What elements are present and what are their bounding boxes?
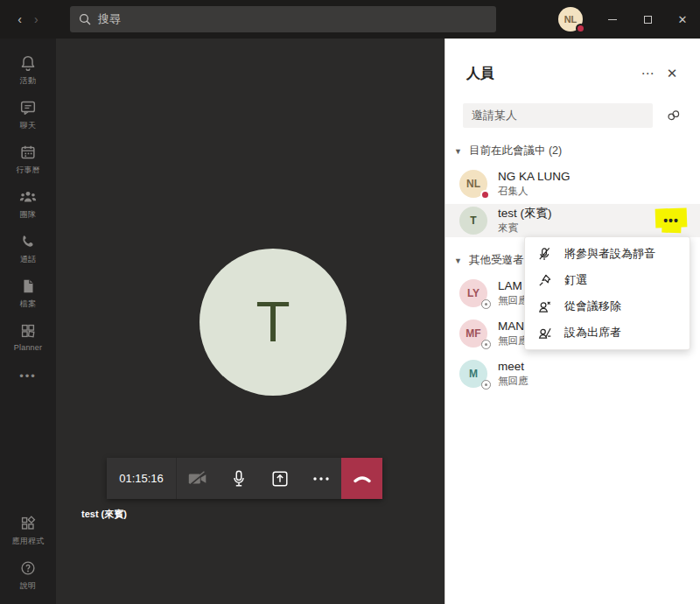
remove-person-icon xyxy=(537,299,552,314)
sidebar-item-apps[interactable]: 應用程式 xyxy=(0,508,56,552)
pin-icon xyxy=(537,273,552,288)
menu-item-label: 設為出席者 xyxy=(564,325,621,341)
sidebar-item-calendar[interactable]: 行事曆 xyxy=(0,137,56,181)
menu-item-label: 從會議移除 xyxy=(564,298,621,314)
participant-initial: T xyxy=(256,290,290,355)
participant-status: 無回應 xyxy=(498,375,528,387)
panel-title: 人員 xyxy=(466,65,635,83)
close-button[interactable]: ✕ xyxy=(665,0,700,39)
menu-item-mute-participant[interactable]: 將參與者設為靜音 xyxy=(525,241,690,267)
call-controls: 01:15:16 xyxy=(107,458,382,499)
participant-role: 來賓 xyxy=(498,221,552,234)
maximize-button[interactable] xyxy=(630,0,665,39)
phone-icon xyxy=(18,232,38,251)
menu-item-pin[interactable]: 釘選 xyxy=(525,267,690,293)
sidebar-item-activity[interactable]: 活動 xyxy=(0,47,56,92)
panel-close-icon[interactable]: ✕ xyxy=(660,63,684,84)
busy-status-dot xyxy=(576,24,585,33)
avatar-initials: T xyxy=(470,214,476,227)
app-sidebar: 活動 聊天 行事曆 xyxy=(0,39,56,604)
sidebar-item-chat[interactable]: 聊天 xyxy=(0,92,56,137)
sidebar-label: 活動 xyxy=(20,75,36,87)
invite-placeholder: 邀請某人 xyxy=(472,108,517,123)
participant-row-meet[interactable]: M meet 無回應 xyxy=(445,354,700,394)
section-in-meeting[interactable]: ▼ 目前在此會議中 (2) xyxy=(445,128,700,164)
no-response-status-icon xyxy=(481,340,491,349)
avatar: MF xyxy=(459,320,487,348)
menu-item-make-attendee[interactable]: 設為出席者 xyxy=(525,320,690,346)
no-response-status-icon xyxy=(481,380,491,390)
more-options-button[interactable] xyxy=(300,458,341,499)
minimize-button[interactable] xyxy=(595,0,630,39)
files-icon xyxy=(18,277,38,296)
copy-link-button[interactable] xyxy=(662,103,686,128)
invite-someone-input[interactable]: 邀請某人 xyxy=(463,103,653,128)
avatar: M xyxy=(459,360,487,388)
forward-icon[interactable]: › xyxy=(34,13,38,25)
mic-off-icon xyxy=(537,247,552,262)
participant-avatar-large: T xyxy=(200,249,346,396)
call-timer: 01:15:16 xyxy=(107,458,177,499)
profile-avatar[interactable]: NL xyxy=(558,7,583,32)
sidebar-label: 團隊 xyxy=(20,209,36,221)
avatar-initials: M xyxy=(469,368,478,380)
sidebar-item-calls[interactable]: 通話 xyxy=(0,226,56,270)
hang-up-icon xyxy=(352,474,373,484)
share-screen-icon xyxy=(270,469,290,488)
busy-status-icon xyxy=(480,190,490,200)
participant-name: NG KA LUNG xyxy=(498,170,570,185)
participant-role: 召集人 xyxy=(498,185,570,197)
search-input[interactable]: 搜尋 xyxy=(70,6,496,32)
more-dots-icon: ••• xyxy=(663,214,679,228)
avatar-initials: MF xyxy=(466,327,480,340)
menu-item-label: 釘選 xyxy=(564,272,587,288)
bell-icon xyxy=(18,53,38,73)
participant-row-test[interactable]: T test (來賓) 來賓 ••• xyxy=(445,204,700,237)
chevron-down-icon: ▼ xyxy=(454,256,462,265)
participant-name: test (來賓) xyxy=(498,207,552,221)
mic-button[interactable] xyxy=(218,458,259,499)
sidebar-label: 行事曆 xyxy=(16,165,40,176)
avatar-initials: LY xyxy=(467,287,480,299)
sidebar-item-teams[interactable]: 團隊 xyxy=(0,181,56,226)
search-placeholder: 搜尋 xyxy=(98,11,121,27)
sidebar-item-files[interactable]: 檔案 xyxy=(0,270,56,315)
back-icon[interactable]: ‹ xyxy=(18,13,22,25)
menu-item-label: 將參與者設為靜音 xyxy=(564,246,655,262)
avatar: NL xyxy=(459,170,487,198)
chevron-down-icon: ▼ xyxy=(454,147,462,156)
stage-participant-label: test (來賓) xyxy=(81,508,127,521)
sidebar-label: 說明 xyxy=(20,580,36,592)
section-label: 目前在此會議中 (2) xyxy=(469,144,562,158)
sidebar-item-help[interactable]: 說明 xyxy=(0,552,56,597)
participant-name: meet xyxy=(498,360,528,375)
teams-icon xyxy=(18,187,38,207)
participant-more-button[interactable]: ••• xyxy=(656,211,686,230)
meeting-stage: T 01:15:16 xyxy=(56,39,444,604)
camera-off-icon xyxy=(186,470,209,488)
search-icon xyxy=(79,13,91,25)
sidebar-label: 檔案 xyxy=(20,298,36,310)
apps-icon xyxy=(18,514,38,533)
no-response-status-icon xyxy=(481,299,491,309)
profile-initials: NL xyxy=(564,14,578,25)
planner-icon xyxy=(18,321,38,341)
people-panel: 人員 ⋯ ✕ 邀請某人 ▼ 目前在此會議中 (2) NL xyxy=(444,39,700,604)
participant-context-menu: 將參與者設為靜音 釘選 從會議移除 xyxy=(524,236,690,350)
sidebar-label: 通話 xyxy=(20,254,36,265)
camera-off-button[interactable] xyxy=(177,458,218,499)
hang-up-button[interactable] xyxy=(341,458,382,499)
chat-icon xyxy=(18,98,38,117)
share-button[interactable] xyxy=(259,458,300,499)
sidebar-more-icon[interactable]: ••• xyxy=(19,357,37,395)
make-attendee-icon xyxy=(537,326,552,341)
avatar: LY xyxy=(459,279,487,307)
help-icon xyxy=(18,558,38,578)
mic-icon xyxy=(231,469,247,488)
participant-row-ngkalung[interactable]: NL NG KA LUNG 召集人 xyxy=(445,164,700,204)
panel-more-icon[interactable]: ⋯ xyxy=(635,63,660,84)
sidebar-label: 應用程式 xyxy=(12,536,45,547)
menu-item-remove-from-meeting[interactable]: 從會議移除 xyxy=(525,293,690,320)
calendar-icon xyxy=(18,143,38,162)
sidebar-item-planner[interactable]: Planner xyxy=(0,315,56,357)
